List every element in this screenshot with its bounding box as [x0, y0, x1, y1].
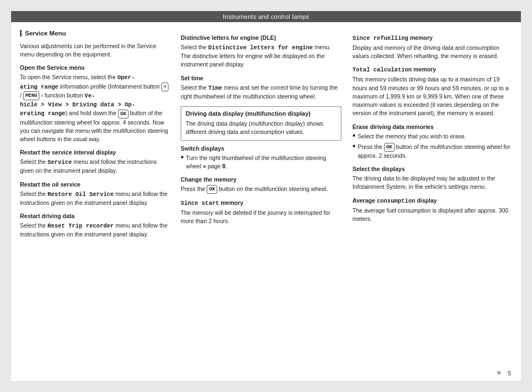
switch-displays-title: Switch displays [181, 145, 341, 152]
col-right: Since refuelling memory Display and memo… [352, 30, 512, 369]
col-mid: Distinctive letters for engine (DLE) Sel… [181, 30, 341, 369]
avg-consumption-block: Average consumption display The average … [352, 197, 512, 223]
since-start-block: Since start memory The memory will be de… [181, 199, 341, 225]
set-time-text: Select the Time menu and set the correct… [181, 84, 341, 101]
col-left: Service Menu Various adjustments can be … [20, 30, 170, 369]
erase-bullet-text-1: Select the memory that you wish to erase… [358, 132, 467, 141]
since-refuelling-mono: Since refuelling [352, 35, 408, 42]
restart-driving-title: Restart driving data [20, 213, 170, 219]
set-time-block: Set time Select the Time menu and set th… [181, 75, 341, 101]
page-ref-8: 8 [222, 163, 226, 169]
erase-bullet-1: • Select the memory that you wish to era… [352, 132, 512, 141]
driving-data-callout-title: Driving data display (multifunction disp… [186, 110, 336, 117]
total-calc-title: Total calculation memory [352, 66, 512, 73]
switch-displays-bullet-item: • Turn the right thumbwheel of the multi… [181, 154, 341, 171]
ok-btn-2: OK [207, 185, 217, 194]
restart-interval-block: Restart the service interval display Sel… [20, 149, 170, 175]
header-bar: Instruments and control lamps [11, 11, 521, 22]
erase-bullet-2: • Press the OK button of the multifuncti… [352, 143, 512, 160]
service-menu-intro-block: Various adjustments can be performed in … [20, 42, 170, 59]
change-memory-text: Press the OK button on the multifunction… [181, 185, 341, 194]
total-calc-body: This memory collects driving data up to … [352, 75, 512, 117]
restore-oil-mono: Restore Oil Service [48, 191, 114, 198]
since-start-mono: Since start [181, 200, 219, 207]
since-start-title: Since start memory [181, 199, 341, 207]
reset-trip-mono: Reset Trip recorder [48, 223, 114, 229]
switch-displays-block: Switch displays • Turn the right thumbwh… [181, 145, 341, 171]
dle-block: Distinctive letters for engine (DLE) Sel… [181, 34, 341, 69]
avg-consumption-title: Average consumption display [352, 197, 512, 204]
arrow-right-text: » [203, 163, 206, 169]
time-mono: Time [208, 85, 222, 91]
service-mono: Service [48, 159, 72, 166]
restart-oil-block: Restart the oil service Select the Resto… [20, 181, 170, 207]
open-service-block: Open the Service menu To open the Servic… [20, 64, 170, 143]
restart-interval-title: Restart the service interval display [20, 149, 170, 156]
page: Instruments and control lamps Service Me… [11, 11, 521, 381]
distinctive-letters-mono: Distinctive letters for engine [208, 44, 313, 51]
service-menu-intro: Various adjustments can be performed in … [20, 42, 170, 59]
next-page-arrow: » [497, 368, 501, 376]
avg-consumption-mono: consumption [377, 198, 415, 204]
select-displays-body: The driving data to be displayed may be … [352, 174, 512, 191]
oper-ating-range-mono: Oper-ating range [20, 74, 135, 90]
restart-oil-title: Restart the oil service [20, 181, 170, 188]
menu-icon-btn: ≡ [161, 82, 168, 91]
since-refuelling-block: Since refuelling memory Display and memo… [352, 34, 512, 60]
dle-text: Select the Distinctive letters for engin… [181, 43, 341, 69]
restart-interval-text: Select the Service menu and follow the i… [20, 158, 170, 175]
switch-displays-bullet-text: Turn the right thumbwheel of the multifu… [186, 154, 341, 171]
driving-data-callout: Driving data display (multifunction disp… [181, 106, 341, 140]
ok-btn-3: OK [384, 143, 395, 152]
restart-oil-text: Select the Restore Oil Service menu and … [20, 190, 170, 207]
open-service-title: Open the Service menu [20, 64, 170, 71]
page-number: 5 [508, 370, 511, 376]
select-displays-title: Select the displays [352, 166, 512, 172]
total-calc-mono: Total calculation [352, 66, 412, 73]
menu-text-btn: MENU [23, 91, 40, 100]
restart-driving-text: Select the Reset Trip recorder menu and … [20, 221, 170, 239]
total-calc-block: Total calculation memory This memory col… [352, 66, 512, 117]
restart-driving-block: Restart driving data Select the Reset Tr… [20, 213, 170, 239]
erase-bullet-dot-2: • [352, 142, 356, 151]
change-memory-title: Change the memory [181, 176, 341, 183]
open-service-text: To open the Service menu, select the Ope… [20, 73, 170, 143]
service-menu-title: Service Menu [25, 30, 66, 37]
since-refuelling-body: Display and memory of the driving data a… [352, 44, 512, 60]
erase-driving-title: Erase diriving data memories [352, 123, 512, 130]
since-start-body: The memory will be deleted if the journe… [181, 209, 341, 225]
set-time-title: Set time [181, 75, 341, 81]
avg-consumption-body: The average fuel consumption is displaye… [352, 207, 512, 223]
header-title: Instruments and control lamps [223, 13, 309, 20]
bullet-dot-1: • [181, 153, 184, 162]
erase-driving-block: Erase diriving data memories • Select th… [352, 123, 512, 161]
content-area: Service Menu Various adjustments can be … [11, 22, 521, 376]
driving-data-callout-body: The driving data display (multifunction … [186, 120, 336, 136]
ok-btn-1: OK [118, 110, 129, 118]
select-displays-block: Select the displays The driving data to … [352, 166, 512, 191]
erase-bullet-dot-1: • [352, 131, 356, 140]
since-refuelling-title: Since refuelling memory [352, 34, 512, 42]
erase-bullet-text-2: Press the OK button of the multifunction… [358, 143, 512, 160]
service-menu-title-box: Service Menu [20, 30, 170, 37]
change-memory-block: Change the memory Press the OK button on… [181, 176, 341, 194]
dle-title: Distinctive letters for engine (DLE) [181, 34, 341, 41]
